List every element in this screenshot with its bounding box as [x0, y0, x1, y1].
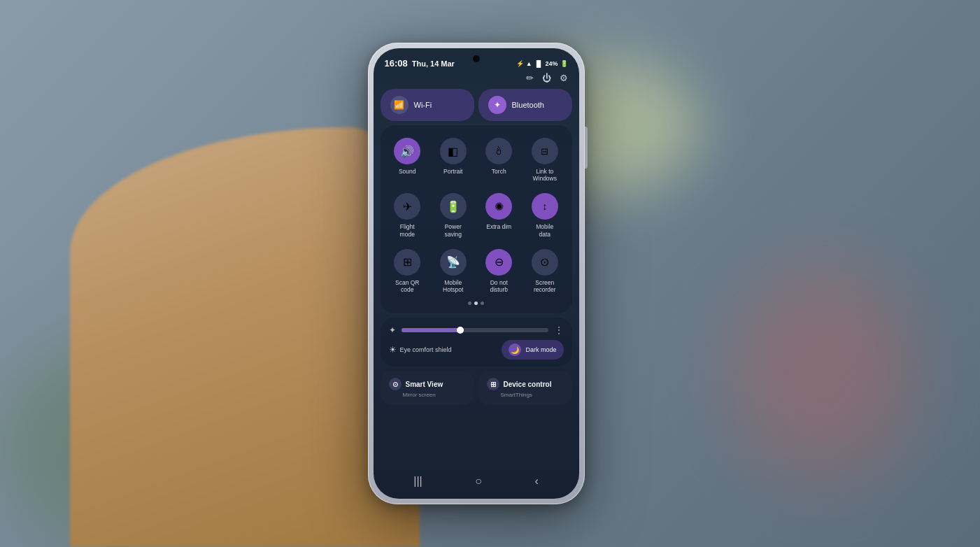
torch-tile[interactable]: 🕯 Torch	[478, 132, 521, 187]
nav-bar: ||| ○ ‹	[374, 467, 579, 499]
link-windows-icon-circle: ⊟	[532, 138, 558, 164]
phone-device: 16:08 Thu, 14 Mar ⚡ ▲ ▐▌ 24% 🔋 ✏ ⏻ ⚙	[368, 43, 585, 504]
torch-icon-circle: 🕯	[485, 138, 512, 164]
edit-icon[interactable]: ✏	[526, 73, 534, 83]
device-control-header: ⊞ Device control	[487, 378, 564, 390]
power-icon[interactable]: ⏻	[542, 73, 551, 83]
do-not-disturb-tile[interactable]: ⊖ Do notdisturb	[478, 243, 521, 299]
flight-mode-tile[interactable]: ✈ Flightmode	[386, 187, 429, 243]
back-button[interactable]: ‹	[529, 472, 544, 490]
grid-row-1: 🔊 Sound ◧ Portrait	[386, 132, 567, 187]
dot-1	[468, 301, 471, 305]
bottom-tiles-row: ⊙ Smart View Mirror screen ⊞ Device cont…	[381, 371, 572, 405]
comfort-row: ☀ Eye comfort shield 🌙 Dark mode	[389, 340, 564, 360]
mobile-data-tile[interactable]: ↕ Mobiledata	[523, 187, 567, 243]
hotspot-label: MobileHotspot	[443, 279, 463, 293]
device-control-label: Device control	[504, 381, 552, 388]
mobile-data-label: Mobiledata	[536, 223, 553, 237]
sound-label: Sound	[399, 168, 416, 175]
bluetooth-tile-icon: ✦	[488, 96, 506, 114]
smart-view-label: Smart View	[406, 381, 443, 388]
portrait-icon: ◧	[448, 145, 458, 158]
portrait-tile[interactable]: ◧ Portrait	[432, 132, 475, 187]
dnd-label: Do notdisturb	[490, 279, 508, 293]
status-time: 16:08	[385, 58, 408, 69]
hotspot-icon-circle: 📡	[440, 249, 467, 276]
device-control-tile[interactable]: ⊞ Device control SmartThings	[478, 371, 572, 405]
portrait-label: Portrait	[443, 168, 462, 175]
link-to-windows-tile[interactable]: ⊟ Link toWindows	[523, 132, 567, 187]
brightness-fill	[402, 328, 460, 332]
sound-icon: 🔊	[400, 145, 414, 158]
scan-qr-icon: ⊞	[403, 255, 412, 269]
link-windows-label: Link toWindows	[533, 168, 557, 182]
flight-icon-circle: ✈	[394, 193, 420, 220]
sound-tile[interactable]: 🔊 Sound	[386, 132, 429, 187]
scan-qr-icon-circle: ⊞	[394, 249, 420, 276]
wifi-icon: 📶	[394, 100, 404, 110]
camera-notch	[473, 55, 480, 62]
screen-recorder-tile[interactable]: ⊙ Screenrecorder	[523, 243, 567, 299]
bluetooth-icon: ✦	[494, 100, 501, 110]
dark-mode-button[interactable]: 🌙 Dark mode	[502, 340, 563, 360]
screen-recorder-icon-circle: ⊙	[532, 249, 558, 276]
eye-comfort-item[interactable]: ☀ Eye comfort shield	[389, 345, 452, 355]
device-control-icon: ⊞	[487, 378, 499, 390]
power-saving-tile[interactable]: 🔋 Powersaving	[432, 187, 475, 243]
smart-view-icon: ⊙	[389, 378, 402, 390]
extra-dim-tile[interactable]: ✺ Extra dim	[478, 187, 521, 243]
flight-label: Flightmode	[400, 223, 415, 237]
hotspot-icon: 📡	[446, 255, 460, 269]
scan-qr-label: Scan QRcode	[395, 279, 420, 293]
screen-recorder-label: Screenrecorder	[534, 279, 556, 293]
dark-mode-icon: 🌙	[509, 343, 521, 356]
extra-dim-icon-circle: ✺	[485, 193, 512, 220]
dark-mode-label: Dark mode	[525, 346, 556, 353]
power-saving-label: Powersaving	[444, 223, 462, 237]
screen-recorder-icon: ⊙	[540, 255, 549, 269]
wifi-tile-icon: 📶	[390, 96, 409, 114]
grid-section: 🔊 Sound ◧ Portrait	[381, 125, 572, 313]
dnd-icon-circle: ⊖	[485, 249, 512, 276]
dnd-icon: ⊖	[495, 255, 504, 269]
torch-label: Torch	[492, 168, 506, 175]
phone-wrapper: 16:08 Thu, 14 Mar ⚡ ▲ ▐▌ 24% 🔋 ✏ ⏻ ⚙	[368, 43, 585, 504]
extra-dim-label: Extra dim	[486, 223, 511, 230]
brightness-icon: ✦	[389, 325, 396, 335]
smart-view-header: ⊙ Smart View	[389, 378, 466, 390]
brightness-slider[interactable]	[402, 328, 548, 332]
device-control-sublabel: SmartThings	[487, 392, 564, 398]
dot-2	[474, 301, 478, 305]
background-blur-2	[735, 267, 910, 477]
brightness-row: ✦ ⋮	[389, 325, 564, 336]
quick-panel: 📶 Wi-Fi ✦ Bluetooth	[374, 86, 579, 412]
mobile-data-icon: ↕	[542, 201, 547, 212]
smart-view-tile[interactable]: ⊙ Smart View Mirror screen	[381, 371, 474, 405]
brightness-section: ✦ ⋮ ☀ Eye comfort shield	[381, 318, 572, 367]
bluetooth-status-icon: ⚡	[516, 60, 524, 67]
scene: 16:08 Thu, 14 Mar ⚡ ▲ ▐▌ 24% 🔋 ✏ ⏻ ⚙	[0, 0, 980, 547]
wifi-tile-label: Wi-Fi	[414, 101, 432, 109]
scan-qr-tile[interactable]: ⊞ Scan QRcode	[386, 243, 429, 299]
recent-apps-button[interactable]: |||	[408, 472, 427, 490]
settings-icon[interactable]: ⚙	[560, 73, 568, 83]
mobile-hotspot-tile[interactable]: 📡 MobileHotspot	[432, 243, 475, 299]
dot-3	[481, 301, 484, 305]
controls-bar: ✏ ⏻ ⚙	[374, 71, 579, 86]
status-icons: ⚡ ▲ ▐▌ 24% 🔋	[516, 60, 568, 67]
status-date: Thu, 14 Mar	[412, 59, 455, 68]
mobile-data-icon-circle: ↕	[532, 193, 558, 220]
grid-row-2: ✈ Flightmode 🔋 Powersaving	[386, 187, 567, 243]
smart-view-sublabel: Mirror screen	[389, 392, 466, 398]
grid-row-3: ⊞ Scan QRcode 📡 MobileHotspot	[386, 243, 567, 299]
bluetooth-tile[interactable]: ✦ Bluetooth	[478, 89, 572, 121]
top-tiles-row: 📶 Wi-Fi ✦ Bluetooth	[381, 89, 572, 121]
home-button[interactable]: ○	[469, 472, 488, 490]
brightness-more-icon[interactable]: ⋮	[554, 325, 564, 336]
portrait-icon-circle: ◧	[440, 138, 467, 164]
battery-icon: 🔋	[560, 60, 568, 67]
bluetooth-tile-label: Bluetooth	[512, 101, 544, 109]
brightness-thumb	[457, 327, 464, 334]
wifi-tile[interactable]: 📶 Wi-Fi	[381, 89, 474, 121]
link-windows-icon: ⊟	[541, 146, 548, 157]
